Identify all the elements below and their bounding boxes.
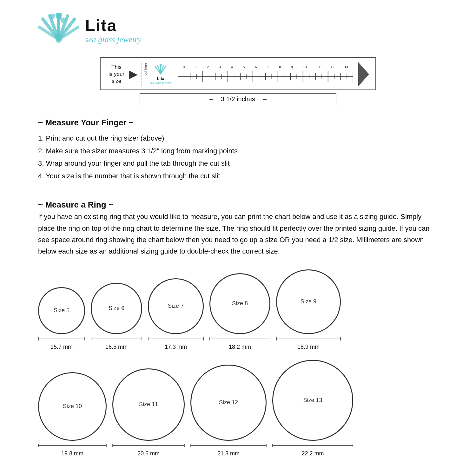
- ring-circle: Size 7: [148, 278, 204, 334]
- ring-measurement: [91, 336, 142, 342]
- ring-measurement: [272, 443, 353, 448]
- sizer-logo-sub: sea glass jewelry: [150, 81, 171, 84]
- logo-text: Lita sea glass jewelry: [85, 16, 142, 44]
- ring-size-label: Size 9: [301, 298, 316, 305]
- ring-measurement: [38, 443, 107, 448]
- ring-mm-label: 18.2 mm: [229, 344, 251, 350]
- ring-mm-label: 17.3 mm: [165, 344, 187, 350]
- logo-brand-name: Lita: [85, 16, 142, 35]
- ring-circle: Size 13: [272, 360, 353, 441]
- sizer-arrow: ▶: [129, 68, 137, 80]
- logo-tagline: sea glass jewelry: [85, 35, 142, 44]
- ring-size-label: Size 7: [168, 303, 184, 309]
- ring-item: Size 8 18.2 mm: [209, 273, 270, 350]
- ring-circle: Size 5: [38, 287, 85, 334]
- ring-measurement: [148, 336, 204, 342]
- ring-mm-label: 16.5 mm: [105, 344, 128, 350]
- ring-size-label: Size 12: [219, 399, 238, 406]
- ring-circle: Size 9: [276, 269, 341, 334]
- ring-item: Size 6 16.5 mm: [91, 283, 142, 350]
- ring-measurement: [112, 443, 185, 448]
- dimension-row: ← 3 1/2 inches →: [100, 93, 376, 105]
- logo-icon: [38, 13, 79, 48]
- ring-item: Size 13 22.2 mm: [272, 360, 353, 457]
- ring-size-label: Size 5: [54, 307, 69, 314]
- ring-measurement: [190, 443, 267, 448]
- ring-size-label: Size 8: [232, 300, 248, 307]
- ring-item: Size 5 15.7 mm: [38, 287, 85, 350]
- ring-measurement: [209, 336, 270, 342]
- left-arrow: ←: [208, 96, 215, 103]
- sizer-ruler: 012345678910111213: [178, 65, 353, 83]
- ring-mm-label: 21.3 mm: [217, 450, 240, 457]
- ring-measurement: [276, 336, 341, 342]
- sizer-label: This is your size: [107, 64, 126, 85]
- measure-ring-paragraph: If you have an existing ring that you wo…: [38, 211, 438, 257]
- measure-finger-title: ~ Measure Your Finger ~: [38, 118, 438, 128]
- ring-mm-label: 15.7 mm: [50, 344, 73, 350]
- rings-row-2: Size 10 19.8 mmSize 11 20.6 mmSize 12: [38, 360, 438, 457]
- rings-row-1: Size 5 15.7 mmSize 6 16.5 mmSize 7: [38, 269, 438, 350]
- ring-mm-label: 18.9 mm: [297, 344, 320, 350]
- ring-item: Size 9 18.9 mm: [276, 269, 341, 350]
- dimension-text: 3 1/2 inches: [221, 96, 255, 103]
- logo-area: Lita sea glass jewelry: [38, 13, 438, 48]
- measure-ring-title: ~ Measure a Ring ~: [38, 200, 438, 210]
- ring-sizer-diagram: This is your size ▶ cut here: [38, 57, 438, 105]
- sizer-logo-name: Lita: [157, 76, 164, 81]
- step-4: Your size is the number that is shown th…: [38, 170, 438, 182]
- ring-circle: Size 11: [112, 368, 185, 441]
- ring-circle: Size 12: [190, 365, 267, 441]
- measure-finger-section: ~ Measure Your Finger ~ Print and cut ou…: [38, 118, 438, 182]
- ring-mm-label: 20.6 mm: [137, 450, 160, 457]
- ring-size-label: Size 10: [63, 403, 82, 410]
- cut-here-label: cut here: [143, 63, 147, 76]
- dimension-box: ← 3 1/2 inches →: [140, 93, 336, 105]
- ring-item: Size 11 20.6 mm: [112, 368, 185, 457]
- measure-ring-section: ~ Measure a Ring ~ If you have an existi…: [38, 200, 438, 457]
- sizer-box: This is your size ▶ cut here: [100, 57, 376, 90]
- step-2: Make sure the sizer measures 3 1/2" long…: [38, 145, 438, 157]
- ring-circle: Size 8: [209, 273, 270, 334]
- step-3: Wrap around your finger and pull the tab…: [38, 157, 438, 170]
- sizer-right-pointer: [358, 62, 369, 86]
- ring-circle: Size 6: [91, 283, 142, 334]
- ring-size-label: Size 11: [139, 401, 158, 408]
- right-arrow: →: [261, 96, 268, 103]
- ring-mm-label: 19.8 mm: [61, 450, 83, 457]
- ring-item: Size 12 21.3 mm: [190, 365, 267, 457]
- step-1: Print and cut out the ring sizer (above): [38, 132, 438, 145]
- sizer-small-logo: Lita sea glass jewelry: [150, 64, 171, 84]
- ring-circle: Size 10: [38, 372, 107, 441]
- ring-size-label: Size 6: [109, 305, 124, 312]
- ring-size-label: Size 13: [303, 397, 322, 404]
- ring-item: Size 10 19.8 mm: [38, 372, 107, 457]
- finger-steps-list: Print and cut out the ring sizer (above)…: [38, 132, 438, 182]
- ring-item: Size 7 17.3 mm: [148, 278, 204, 350]
- ring-mm-label: 22.2 mm: [301, 450, 324, 457]
- ring-measurement: [38, 336, 85, 342]
